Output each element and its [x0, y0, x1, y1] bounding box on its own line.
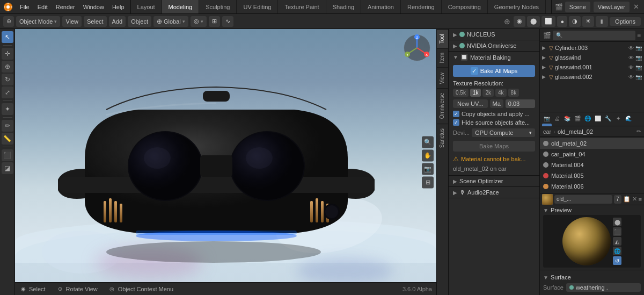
view-layer-props-icon[interactable]: 📚 — [562, 113, 572, 123]
hand-pan-icon[interactable]: ✋ — [422, 149, 434, 161]
object-props-icon[interactable]: ⬜ — [593, 113, 603, 123]
bake-all-button[interactable]: ✓ Bake All Maps — [453, 65, 535, 77]
ma-value[interactable]: 0.03 — [506, 99, 535, 108]
axis-gizmo[interactable]: Z X Y — [402, 33, 432, 64]
blender-logo[interactable] — [2, 1, 14, 13]
nucleus-header[interactable]: ▶ NUCLEUS — [449, 29, 539, 40]
shader-new-icon[interactable]: 📋 — [623, 196, 631, 203]
npanel-tab-view[interactable]: View — [437, 68, 448, 89]
tree-item-cylinder003[interactable]: ▶ ▽ Cylinder.003 👁 📷 — [540, 43, 644, 53]
npanel-tab-item[interactable]: Item — [437, 48, 448, 67]
mat-item-car-paint-04[interactable]: car_paint_04 — [540, 149, 644, 160]
surface-header[interactable]: ▼ Surface — [540, 272, 644, 282]
proportional-button[interactable]: ∿ — [222, 16, 233, 27]
select-button[interactable]: Select — [84, 16, 107, 27]
visibility-icon-2[interactable]: 👁 — [628, 55, 634, 61]
menu-render[interactable]: Render — [52, 3, 79, 11]
new-uv-button[interactable]: New UV... — [453, 99, 488, 108]
npanel-tab-sanctus[interactable]: Sanctus — [437, 124, 448, 152]
hide-source-checkbox[interactable]: ✓ — [453, 119, 459, 126]
add-cube-button[interactable]: ⬛ — [2, 149, 13, 161]
menu-window[interactable]: Window — [79, 3, 108, 11]
transform-tool-button[interactable]: ✦ — [2, 103, 13, 115]
tree-item-glasswind[interactable]: ▶ ▽ glasswind 👁 📷 — [540, 53, 644, 62]
nvidia-header[interactable]: ▶ NVIDIA Omniverse — [449, 40, 539, 51]
mat-item-material-005[interactable]: Material.005 — [540, 170, 644, 181]
mat-item-material-004[interactable]: Material.004 — [540, 160, 644, 170]
preview-type-icon-1[interactable]: ⬤ — [613, 218, 621, 226]
preview-type-icon-3[interactable]: ◭ — [613, 237, 621, 246]
ws-tab-modeling[interactable]: Modeling — [162, 0, 200, 13]
physics-props-icon[interactable]: 🌊 — [624, 113, 633, 123]
zoom-icon[interactable]: 🔍 — [422, 136, 434, 148]
scale-tool-button[interactable]: ⤢ — [2, 87, 13, 98]
render-vis-icon[interactable]: 📷 — [635, 45, 642, 51]
render-layer-name[interactable]: ViewLayer — [594, 2, 630, 12]
gizmo-toggle[interactable]: ⊕ — [502, 17, 512, 26]
tree-item-glasswind001[interactable]: ▶ ▽ glasswind.001 👁 📷 — [540, 62, 644, 72]
options-button[interactable]: Options — [610, 17, 641, 26]
ws-tab-compositing[interactable]: Compositing — [442, 0, 488, 13]
ws-tab-rendering[interactable]: Rendering — [401, 0, 442, 13]
quad-view-icon[interactable]: ⊞ — [422, 176, 434, 188]
gpu-compute-select[interactable]: GPU Compute ▾ — [472, 128, 535, 137]
breadcrumb-car[interactable]: car — [543, 128, 551, 135]
view-button[interactable]: View — [62, 16, 82, 27]
surface-value-button[interactable]: weathering . — [566, 283, 641, 292]
move-tool-button[interactable]: ⊕ — [2, 61, 13, 73]
res-05k-button[interactable]: 0.5k — [453, 89, 469, 97]
menu-help[interactable]: Help — [108, 3, 128, 11]
close-icon[interactable]: ✕ — [632, 3, 641, 11]
shader-delete-icon[interactable]: ✕ — [632, 196, 637, 203]
annotate-tool-button[interactable]: ✏ — [2, 120, 13, 132]
preview-type-icon-5[interactable]: ↺ — [613, 256, 621, 265]
global-orient-button[interactable]: ⊕ Global ▾ — [153, 16, 188, 27]
xray-button[interactable]: ⬤ — [527, 16, 540, 27]
camera-view-icon[interactable]: 📷 — [422, 163, 434, 175]
outliner-filter-icon[interactable]: ≡ — [637, 32, 641, 39]
ws-tab-layout[interactable]: Layout — [131, 0, 162, 13]
visibility-icon-4[interactable]: 👁 — [628, 74, 634, 80]
ws-tab-shading[interactable]: Shading — [326, 0, 361, 13]
wireframe-button[interactable]: ⬜ — [541, 16, 555, 27]
add-button[interactable]: Add — [109, 16, 126, 27]
res-2k-button[interactable]: 2k — [482, 89, 494, 97]
preview-type-icon-2[interactable]: ⬛ — [613, 227, 621, 236]
rotate-tool-button[interactable]: ↻ — [2, 74, 13, 85]
res-1k-button[interactable]: 1k — [470, 89, 481, 97]
scene-name[interactable]: Scene — [565, 2, 590, 12]
ws-tab-uv-editing[interactable]: UV Editing — [237, 0, 278, 13]
measure-tool-button[interactable]: 📏 — [2, 133, 13, 145]
outliner-search[interactable]: 🔍 — [553, 31, 635, 40]
pause-button[interactable]: ⏸ — [596, 16, 608, 27]
object-button[interactable]: Object — [128, 16, 151, 27]
mat-item-material-006[interactable]: Material.006 — [540, 181, 644, 192]
ws-tab-texture-paint[interactable]: Texture Paint — [278, 0, 326, 13]
copy-objects-checkbox[interactable]: ✓ — [453, 111, 459, 117]
tree-item-glasswind002[interactable]: ▶ ▽ glasswind.002 👁 📷 — [540, 72, 644, 82]
material-button[interactable]: ◑ — [569, 16, 581, 27]
overlay-button[interactable]: ◉ — [514, 16, 525, 27]
res-4k-button[interactable]: 4k — [495, 89, 507, 97]
menu-edit[interactable]: Edit — [34, 3, 52, 11]
scene-optimizer-header[interactable]: ▶ Scene Optimizer — [449, 176, 539, 186]
shader-browse-icon[interactable]: ≡ — [639, 196, 642, 203]
npanel-tab-omniverse[interactable]: Omniverse — [437, 88, 448, 123]
cursor-tool-button[interactable]: ✛ — [2, 48, 13, 60]
breadcrumb-edit-icon[interactable]: ✏ — [636, 128, 641, 134]
pivot-button[interactable]: ◎ ▾ — [191, 16, 207, 27]
res-8k-button[interactable]: 8k — [508, 89, 519, 97]
mat-item-old-metal-02[interactable]: old_metal_02 — [540, 138, 644, 149]
visibility-icon-3[interactable]: 👁 — [628, 64, 634, 70]
audio2face-header[interactable]: ▶ 🎙 Audio2Face — [449, 187, 539, 198]
object-mode-button[interactable]: Object Mode ▾ — [16, 16, 60, 27]
select-tool-button[interactable]: ↖ — [2, 31, 13, 43]
particle-props-icon[interactable]: ✦ — [613, 113, 623, 123]
scene-props-icon[interactable]: 🎬 — [573, 113, 582, 123]
preview-header[interactable]: ▼ Preview — [540, 205, 644, 215]
rendered-button[interactable]: ☀ — [582, 16, 594, 27]
menu-file[interactable]: File — [16, 3, 33, 11]
render-props-icon[interactable]: 📷 — [542, 113, 552, 123]
visibility-icon[interactable]: 👁 — [628, 45, 634, 51]
solid-button[interactable]: ● — [557, 16, 567, 27]
